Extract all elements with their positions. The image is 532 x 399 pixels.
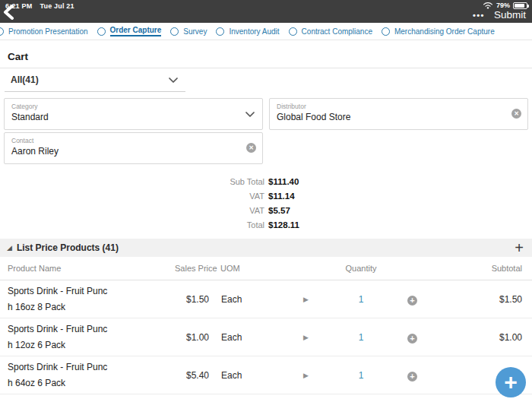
uom-value: Each: [209, 332, 289, 343]
status-date: Tue Jul 21: [40, 2, 74, 10]
vat1-label: VAT: [230, 191, 264, 201]
page-title: Cart: [0, 40, 532, 68]
expand-row-icon[interactable]: ▶: [289, 334, 323, 341]
filter-value: All(41): [5, 74, 39, 85]
workflow-stepper: Promotion Presentation Order Capture Sur…: [0, 23, 532, 40]
vat2-value: $5.57: [268, 205, 299, 216]
order-fields: Category Standard Distributor Global Foo…: [0, 92, 532, 164]
step-label: Survey: [183, 27, 207, 36]
subtotal-value: $1.00: [426, 332, 522, 343]
col-subtotal: Subtotal: [426, 264, 522, 273]
add-floating-button[interactable]: +: [496, 367, 526, 397]
col-sales-price: Sales Price: [175, 264, 209, 273]
tab-survey[interactable]: Survey: [170, 27, 207, 36]
step-label: Order Capture: [110, 26, 162, 36]
list-price-products-header[interactable]: ◢ List Price Products (41) +: [0, 239, 532, 257]
totals-summary: Sub Total $111.40 VAT $11.14 VAT $5.57 T…: [230, 176, 299, 230]
clear-contact-icon[interactable]: ✕: [246, 143, 256, 153]
plus-icon: +: [496, 369, 526, 396]
sales-price: $5.40: [175, 370, 209, 381]
contact-value: Aaron Riley: [11, 146, 242, 157]
step-label: Promotion Presentation: [8, 27, 88, 36]
uom-value: Each: [209, 294, 289, 305]
product-row: Sports Drink - Fruit Punc h 64oz 6 Pack …: [0, 356, 532, 394]
submit-button[interactable]: Submit: [494, 9, 526, 21]
step-circle-icon: [382, 27, 390, 36]
clear-distributor-icon[interactable]: ✕: [511, 109, 521, 119]
contact-label: Contact: [11, 137, 242, 144]
wifi-icon: [483, 2, 493, 9]
back-button[interactable]: [3, 5, 14, 20]
category-label: Category: [11, 103, 242, 110]
sales-price: $1.00: [175, 332, 209, 343]
vat2-label: VAT: [230, 205, 264, 216]
contact-field[interactable]: Contact Aaron Riley ✕: [4, 132, 263, 164]
chevron-down-icon: [245, 112, 255, 118]
plus-circle-icon: +: [407, 334, 417, 344]
step-circle-icon: [97, 27, 106, 36]
add-product-button[interactable]: +: [513, 241, 525, 255]
plus-circle-icon: +: [407, 372, 417, 382]
product-name: Sports Drink - Fruit Punc h 64oz 6 Pack: [8, 359, 175, 391]
expand-row-icon[interactable]: ▶: [289, 296, 323, 303]
battery-percent: 79%: [496, 2, 510, 9]
back-chevron-icon: [3, 5, 14, 20]
step-circle-icon: [0, 27, 4, 36]
step-label: Merchandising Order Capture: [394, 27, 495, 36]
distributor-field[interactable]: Distributor Global Food Store ✕: [269, 98, 528, 130]
quantity-value[interactable]: 1: [323, 294, 399, 305]
status-nav-bar: 6:21 PMTue Jul 21 79% ••• Submit: [0, 0, 532, 23]
product-name: Sports Drink - Fruit Punc h 16oz 8 Pack: [8, 283, 175, 315]
quantity-value[interactable]: 1: [323, 332, 399, 343]
sales-price: $1.50: [175, 294, 209, 305]
plus-circle-icon: +: [407, 296, 417, 306]
category-field[interactable]: Category Standard: [4, 98, 263, 130]
uom-value: Each: [209, 370, 289, 381]
expand-row-icon[interactable]: ▶: [289, 372, 323, 379]
step-circle-icon: [170, 27, 179, 36]
subtotal-value: $111.40: [268, 176, 299, 187]
tab-order-capture[interactable]: Order Capture: [97, 26, 162, 36]
status-right: 79%: [483, 2, 527, 9]
distributor-label: Distributor: [277, 103, 508, 110]
collapse-triangle-icon: ◢: [7, 245, 12, 252]
product-row: Sports Drink - Fruit Punc h 16oz 8 Pack …: [0, 280, 532, 318]
subtotal-value: $1.50: [426, 294, 522, 305]
product-name: Sports Drink - Fruit Punc h 12oz 6 Pack: [8, 321, 175, 353]
product-table-header: Product Name Sales Price UOM Quantity Su…: [0, 257, 532, 280]
tab-promotion-presentation[interactable]: Promotion Presentation: [0, 27, 88, 36]
col-uom: UOM: [209, 264, 289, 273]
more-options-button[interactable]: •••: [473, 11, 485, 20]
increment-quantity-button[interactable]: +: [399, 331, 426, 344]
tab-inventory-audit[interactable]: Inventory Audit: [216, 27, 279, 36]
col-product-name: Product Name: [8, 264, 175, 273]
product-row: Sports Drink - Fruit Punc h 12oz 6 Pack …: [0, 318, 532, 356]
chevron-down-icon: [169, 78, 178, 84]
product-filter-select[interactable]: All(41): [5, 68, 185, 92]
step-label: Inventory Audit: [229, 27, 279, 36]
total-label: Total: [230, 220, 264, 230]
order-capture-screen: 6:21 PMTue Jul 21 79% ••• Submit Promoti…: [0, 0, 532, 399]
total-value: $128.11: [268, 220, 299, 230]
vat1-value: $11.14: [268, 191, 299, 201]
distributor-value: Global Food Store: [277, 112, 508, 122]
quantity-value[interactable]: 1: [323, 370, 399, 381]
status-left: 6:21 PMTue Jul 21: [5, 2, 74, 10]
category-value: Standard: [11, 112, 242, 122]
tab-contract-compliance[interactable]: Contract Compliance: [289, 27, 372, 36]
step-circle-icon: [216, 27, 224, 36]
nav-actions: ••• Submit: [473, 9, 526, 21]
section-title: List Price Products (41): [17, 242, 119, 253]
increment-quantity-button[interactable]: +: [399, 293, 426, 306]
empty-field-slot: [269, 132, 528, 164]
col-quantity: Quantity: [323, 264, 399, 273]
tab-merchandising-order-capture[interactable]: Merchandising Order Capture: [382, 27, 495, 36]
step-label: Contract Compliance: [302, 27, 372, 36]
battery-icon: [513, 2, 527, 9]
increment-quantity-button[interactable]: +: [399, 369, 426, 382]
subtotal-label: Sub Total: [230, 176, 264, 187]
step-circle-icon: [289, 27, 297, 36]
